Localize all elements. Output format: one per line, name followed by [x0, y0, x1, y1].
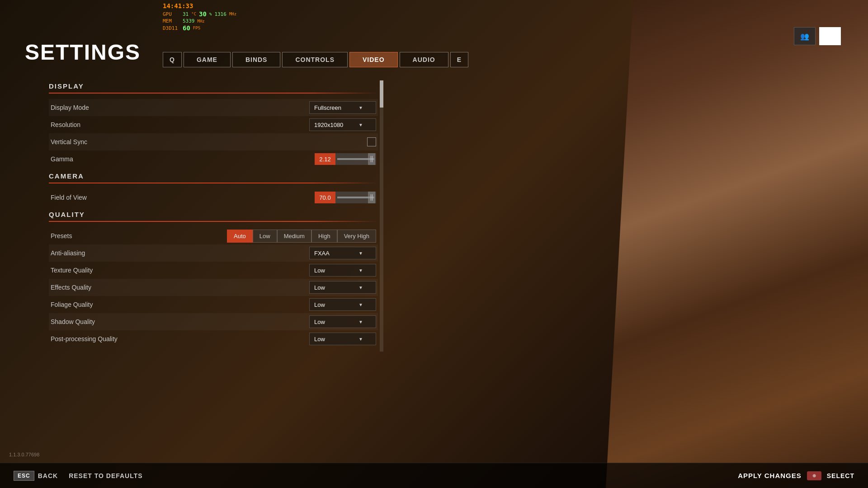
tab-audio[interactable]: AUDIO: [400, 52, 448, 67]
fov-slider-container: 70.0: [315, 192, 376, 203]
quality-divider: [49, 221, 378, 222]
gamma-slider-container: 2.12: [315, 153, 376, 165]
gpu-temp-unit: °C: [191, 12, 196, 16]
postprocess-arrow: ▼: [359, 337, 363, 342]
version-text: 1.1.3.0.77698: [9, 452, 39, 457]
reset-label: RESET TO DEFAULTS: [69, 472, 143, 479]
fps-val: 60: [183, 24, 190, 32]
gamma-label: Gamma: [51, 155, 73, 163]
preset-low[interactable]: Low: [253, 230, 277, 243]
reset-defaults-button[interactable]: RESET TO DEFAULTS: [69, 472, 143, 479]
display-mode-label: Display Mode: [51, 104, 89, 111]
gpu-usage-val: 30: [199, 10, 207, 18]
fov-value: 70.0: [315, 192, 335, 203]
aa-row: Anti-aliasing FXAA ▼: [49, 244, 378, 262]
camera-divider: [49, 183, 378, 183]
texture-label: Texture Quality: [51, 267, 93, 274]
select-label: SELECT: [827, 472, 854, 479]
effects-row: Effects Quality Low ▼: [49, 279, 378, 296]
presets-label: Presets: [51, 232, 72, 239]
controller-symbol: ⊕: [812, 473, 816, 478]
texture-value: Low: [314, 267, 325, 274]
tab-binds[interactable]: BINDS: [232, 52, 281, 67]
controller-icon: ⊕: [807, 471, 821, 480]
tab-q[interactable]: Q: [163, 52, 182, 67]
display-mode-row: Display Mode Fullscreen ▼: [49, 99, 378, 116]
shadow-dropdown[interactable]: Low ▼: [309, 315, 376, 328]
resolution-dropdown[interactable]: 868x488 ▼: [309, 118, 376, 131]
postprocess-value: Low: [314, 336, 325, 343]
postprocess-dropdown[interactable]: Low ▼: [309, 333, 376, 345]
fov-slider-handle[interactable]: [368, 192, 375, 203]
gamma-handle-icon: [370, 156, 373, 162]
fps-unit: FPS: [193, 26, 200, 30]
shadow-row: Shadow Quality Low ▼: [49, 313, 378, 330]
foliage-dropdown[interactable]: Low ▼: [309, 298, 376, 311]
postprocess-row: Post-processing Quality Low ▼: [49, 330, 378, 347]
preset-auto[interactable]: Auto: [227, 230, 253, 243]
mem-label: MEM: [163, 18, 180, 24]
tab-e[interactable]: E: [450, 52, 468, 67]
effects-label: Effects Quality: [51, 284, 91, 291]
scrollbar-track[interactable]: [380, 80, 383, 352]
foliage-label: Foliage Quality: [51, 301, 93, 308]
resolution-arrow: ▼: [359, 122, 363, 127]
display-mode-dropdown[interactable]: Fullscreen ▼: [309, 101, 376, 114]
fov-row: Field of View 70.0: [49, 189, 378, 206]
texture-dropdown[interactable]: Low ▼: [309, 264, 376, 277]
aa-value: FXAA: [314, 250, 330, 257]
tab-game[interactable]: GAME: [184, 52, 231, 67]
aa-label: Anti-aliasing: [51, 249, 85, 257]
resolution-value: 868x488: [314, 122, 343, 128]
bottom-bar: ESC BACK RESET TO DEFAULTS APPLY CHANGES…: [0, 463, 868, 488]
settings-content: DISPLAY Display Mode Fullscreen ▼ Resolu…: [49, 82, 378, 352]
tab-controls[interactable]: CONTROLS: [282, 52, 348, 67]
aa-dropdown[interactable]: FXAA ▼: [309, 247, 376, 259]
nav-tabs: Q GAME BINDS CONTROLS VIDEO AUDIO E: [163, 52, 468, 67]
gpu-usage-unit: %: [209, 12, 212, 16]
hud-overlay: 14:41:33 GPU 31 °C 30 % 1316 MHz MEM 533…: [163, 2, 236, 32]
foliage-arrow: ▼: [359, 302, 363, 307]
scrollbar-thumb[interactable]: [380, 80, 383, 108]
gpu-temp-val: 31: [183, 11, 189, 17]
unknown-button[interactable]: [819, 27, 841, 45]
friends-button[interactable]: 👥: [794, 27, 816, 45]
preset-medium[interactable]: Medium: [277, 230, 311, 243]
shadow-value: Low: [314, 319, 325, 325]
effects-arrow: ▼: [359, 285, 363, 290]
display-divider: [49, 93, 378, 94]
svg-rect-3: [372, 194, 373, 201]
display-mode-value: Fullscreen: [314, 104, 341, 111]
texture-arrow: ▼: [359, 268, 363, 273]
preset-high[interactable]: High: [311, 230, 337, 243]
camera-section-header: CAMERA: [49, 172, 378, 180]
hud-time: 14:41:33: [163, 2, 236, 9]
vsync-label: Vertical Sync: [51, 138, 87, 145]
d3d-label: D3D11: [163, 25, 180, 31]
page-title: SETTINGS: [25, 40, 141, 65]
friends-icon: 👥: [800, 32, 809, 41]
postprocess-label: Post-processing Quality: [51, 335, 118, 343]
presets-row: Presets Auto Low Medium High Very High: [49, 227, 378, 244]
effects-value: Low: [314, 284, 325, 291]
apply-changes-button[interactable]: APPLY CHANGES: [738, 472, 802, 479]
mem-val: 5339: [183, 18, 195, 24]
texture-row: Texture Quality Low ▼: [49, 262, 378, 279]
svg-rect-2: [371, 194, 371, 201]
gamma-slider-track[interactable]: [335, 153, 376, 165]
effects-dropdown[interactable]: Low ▼: [309, 281, 376, 294]
preset-veryhigh[interactable]: Very High: [337, 230, 376, 243]
resolution-row: Resolution 868x488 ▼: [49, 116, 378, 133]
gamma-row: Gamma 2.12: [49, 150, 378, 168]
settings-overlay: SETTINGS Q GAME BINDS CONTROLS VIDEO AUD…: [0, 0, 868, 488]
fov-handle-icon: [370, 194, 373, 201]
gamma-slider-handle[interactable]: [368, 153, 375, 165]
aa-arrow: ▼: [359, 251, 363, 256]
fov-slider-track[interactable]: [335, 192, 376, 203]
top-right-icons: 👥: [794, 27, 841, 45]
back-button[interactable]: ESC BACK: [14, 471, 58, 481]
vsync-checkbox[interactable]: [367, 137, 376, 146]
tab-video[interactable]: VIDEO: [349, 52, 398, 67]
esc-key-badge: ESC: [14, 471, 34, 481]
presets-container: Auto Low Medium High Very High: [227, 230, 376, 243]
